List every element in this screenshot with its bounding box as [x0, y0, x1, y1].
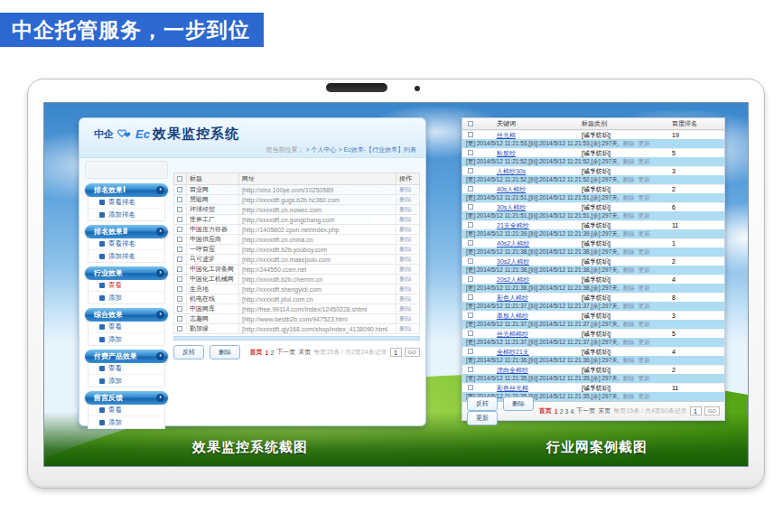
sidebar-section-button[interactable]: 综合效果› — [85, 308, 168, 322]
row-checkbox[interactable] — [468, 313, 473, 318]
delete-link[interactable]: 删除 — [396, 294, 420, 304]
sidebar-item[interactable]: 添加 — [89, 333, 164, 345]
sidebar-section-button[interactable]: 排名效果Ⅰ› — [85, 183, 168, 197]
row-checkbox[interactable] — [468, 331, 473, 336]
first-page-link[interactable]: 首页 — [539, 406, 552, 415]
sidebar-item[interactable]: 添加 — [89, 292, 164, 303]
row-checkbox[interactable] — [468, 168, 473, 173]
delete-link[interactable]: 删除 — [396, 235, 420, 245]
keyword-link[interactable]: 40s人棉纱 — [497, 186, 526, 192]
delete-link[interactable]: 删除 — [623, 140, 635, 148]
keyword-link[interactable]: 丝光棉 — [497, 132, 516, 138]
keyword-link[interactable]: 30s2人棉纱 — [497, 258, 529, 265]
select-all-checkbox[interactable] — [468, 121, 473, 126]
delete-link[interactable]: 删除 — [396, 195, 420, 205]
page-number-link[interactable]: 1 — [555, 408, 558, 415]
keyword-link[interactable]: 丝光棉棉纱 — [497, 331, 528, 337]
row-checkbox[interactable] — [468, 258, 473, 264]
delete-link[interactable]: 删除 — [396, 185, 420, 195]
go-button[interactable]: GO — [405, 348, 420, 357]
breadcrumb-path[interactable]: > 个人中心 > Ec效果-【行业效果】列表 — [305, 146, 416, 153]
delete-link[interactable]: 删除 — [623, 158, 635, 166]
delete-link[interactable]: 删除 — [623, 248, 635, 257]
delete-link[interactable]: 删除 — [396, 285, 420, 294]
update-link[interactable]: 更新 — [639, 212, 650, 220]
delete-link[interactable]: 删除 — [623, 303, 635, 311]
delete-link[interactable]: 删除 — [396, 265, 420, 275]
delete-link[interactable]: 删除 — [623, 375, 635, 383]
sidebar-item[interactable]: 查看排名 — [89, 238, 164, 250]
keyword-link[interactable]: 彩色人棉纱 — [497, 294, 528, 301]
keyword-link[interactable]: 单股人棉纱 — [497, 313, 528, 319]
page-number-link[interactable]: 4 — [570, 408, 573, 415]
delete-link[interactable]: 删除 — [623, 285, 635, 293]
invert-selection-button[interactable]: 反转 — [173, 345, 204, 359]
next-page-link[interactable]: 下一页 — [576, 406, 595, 415]
update-link[interactable]: 更新 — [639, 176, 650, 184]
delete-button[interactable]: 删除 — [210, 345, 240, 359]
keyword-link[interactable]: 30s人棉纱 — [497, 204, 526, 210]
sidebar-item[interactable]: 查看 — [89, 322, 164, 333]
keyword-link[interactable]: 彩色丝光棉 — [497, 385, 528, 391]
sidebar-item[interactable]: 查看 — [89, 405, 164, 416]
row-checkbox[interactable] — [177, 237, 182, 242]
row-checkbox[interactable] — [177, 207, 182, 212]
row-checkbox[interactable] — [468, 276, 473, 282]
sidebar-item[interactable]: 添加 — [89, 416, 164, 428]
sidebar-item[interactable]: 添加排名 — [89, 250, 164, 262]
row-checkbox[interactable] — [177, 247, 182, 252]
row-checkbox[interactable] — [468, 385, 473, 390]
delete-link[interactable]: 删除 — [396, 324, 420, 334]
keyword-link[interactable]: 粘胶纱 — [497, 150, 516, 156]
delete-link[interactable]: 删除 — [396, 225, 420, 235]
invert-selection-button[interactable]: 反转 — [467, 397, 498, 411]
sidebar-section-button[interactable]: 留言反馈› — [85, 391, 168, 405]
update-link[interactable]: 更新 — [639, 140, 650, 148]
update-link[interactable]: 更新 — [639, 303, 650, 311]
update-link[interactable]: 更新 — [639, 393, 650, 401]
sidebar-item[interactable]: 查看排名 — [89, 197, 164, 209]
page-number-link[interactable]: 2 — [560, 408, 564, 415]
update-link[interactable]: 更新 — [639, 285, 650, 293]
row-checkbox[interactable] — [177, 197, 182, 202]
select-all-checkbox[interactable] — [177, 176, 182, 182]
delete-link[interactable]: 删除 — [623, 212, 635, 220]
first-page-link[interactable]: 首页 — [250, 348, 263, 357]
delete-link[interactable]: 删除 — [623, 266, 635, 275]
sidebar-item[interactable]: 添加排名 — [89, 209, 164, 220]
row-checkbox[interactable] — [468, 349, 473, 354]
keyword-link[interactable]: 21支全棉纱 — [497, 222, 529, 229]
page-number-link[interactable]: 3 — [565, 408, 569, 415]
delete-link[interactable]: 删除 — [396, 245, 420, 255]
keyword-link[interactable]: 40s2人棉纱 — [497, 240, 529, 247]
keyword-link[interactable]: 漂白全棉纱 — [497, 367, 528, 373]
page-number-link[interactable]: 1 — [266, 350, 269, 356]
keyword-link[interactable]: 人棉纱30s — [497, 168, 526, 174]
sidebar-item[interactable]: 查看 — [89, 280, 164, 292]
update-link[interactable]: 更新 — [639, 375, 650, 383]
delete-link[interactable]: 删除 — [623, 230, 635, 238]
row-checkbox[interactable] — [177, 296, 182, 302]
row-checkbox[interactable] — [177, 276, 182, 282]
go-button[interactable]: GO — [704, 406, 720, 415]
update-button[interactable]: 更新 — [467, 411, 498, 425]
delete-link[interactable]: 删除 — [623, 339, 635, 347]
row-checkbox[interactable] — [177, 257, 182, 262]
next-page-link[interactable]: 下一页 — [276, 348, 295, 357]
page-input[interactable] — [390, 348, 402, 357]
row-checkbox[interactable] — [468, 204, 473, 210]
row-checkbox[interactable] — [177, 266, 182, 272]
row-checkbox[interactable] — [177, 306, 182, 312]
sidebar-item[interactable]: 添加 — [89, 375, 164, 387]
delete-link[interactable]: 删除 — [623, 194, 635, 202]
row-checkbox[interactable] — [177, 286, 182, 292]
update-link[interactable]: 更新 — [639, 230, 650, 238]
delete-link[interactable]: 删除 — [623, 393, 635, 401]
row-checkbox[interactable] — [468, 240, 473, 246]
row-checkbox[interactable] — [177, 217, 182, 222]
row-checkbox[interactable] — [468, 294, 473, 300]
row-checkbox[interactable] — [468, 186, 473, 191]
update-link[interactable]: 更新 — [639, 339, 650, 347]
row-checkbox[interactable] — [177, 227, 182, 232]
row-checkbox[interactable] — [468, 222, 473, 228]
